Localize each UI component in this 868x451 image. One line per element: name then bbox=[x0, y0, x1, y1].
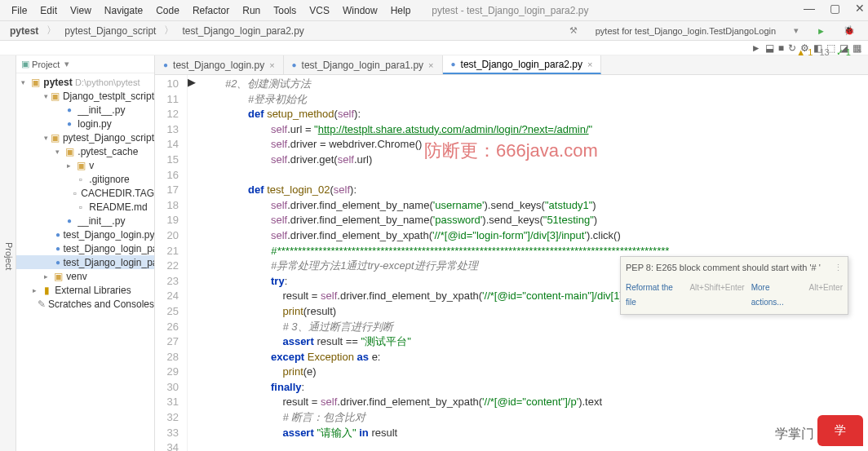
editor-status-icons: ▲ 1 13 ✓ 1 ^ bbox=[796, 47, 861, 58]
more-actions-link[interactable]: More actions... bbox=[751, 281, 803, 311]
more-shortcut: Alt+Enter bbox=[809, 281, 843, 311]
tree-row[interactable]: ✎ Scratches and Consoles bbox=[16, 297, 154, 311]
left-tool-strip: Project bbox=[0, 55, 16, 451]
hint-message: PEP 8: E265 block comment should start w… bbox=[626, 260, 843, 276]
more-icon[interactable]: ⋮ bbox=[834, 260, 843, 276]
tree-row[interactable]: ▸▣ venv bbox=[16, 269, 154, 283]
menu-file[interactable]: File bbox=[5, 5, 33, 16]
run-config-dropdown[interactable]: pytest for test_Django_login.TestDjangoL… bbox=[589, 24, 782, 38]
ok-count[interactable]: ✓ 1 bbox=[836, 47, 851, 58]
tree-row[interactable]: ▾▣ Django_testplt_script bbox=[16, 89, 154, 103]
brand-text: 学掌门 bbox=[775, 426, 814, 443]
toolbar-icons: ►⬓■↻⚙◧⬚◪▦ bbox=[0, 41, 868, 55]
project-panel-header[interactable]: ▣ Project ▾ bbox=[16, 55, 154, 73]
close-tab-icon[interactable]: × bbox=[269, 60, 274, 70]
tree-row[interactable]: ● login.py bbox=[16, 117, 154, 130]
reformat-file-link[interactable]: Reformat the file bbox=[626, 281, 683, 311]
editor-area: ●test_Django_login.py×●test_Django_login… bbox=[155, 55, 868, 451]
editor-tab[interactable]: ●test_Django_login_para2.py× bbox=[443, 55, 602, 74]
toolbar-icon[interactable]: ⬓ bbox=[765, 42, 774, 53]
tree-row[interactable]: ▾▣ pytest D:\python\pytest bbox=[16, 75, 154, 89]
breadcrumb-folder[interactable]: pytest_Django_script bbox=[58, 24, 162, 38]
caret-icon: ^ bbox=[857, 47, 861, 58]
chevron-down-icon[interactable]: ▾ bbox=[787, 24, 805, 38]
editor-tab[interactable]: ●test_Django_login_para1.py× bbox=[284, 55, 443, 74]
tree-row[interactable]: ▸▣ v bbox=[16, 158, 154, 172]
menu-refactor[interactable]: Refactor bbox=[186, 5, 236, 16]
menu-view[interactable]: View bbox=[64, 5, 98, 16]
project-tree[interactable]: ▾▣ pytest D:\python\pytest▾▣ Django_test… bbox=[16, 73, 154, 312]
breadcrumb-file[interactable]: test_Django_login_para2.py bbox=[175, 24, 310, 38]
line-number-gutter[interactable]: 1011121314151617181920212223242526272829… bbox=[155, 75, 188, 451]
project-panel: ▣ Project ▾ ▾▣ pytest D:\python\pytest▾▣… bbox=[16, 55, 155, 451]
editor-tabs: ●test_Django_login.py×●test_Django_login… bbox=[155, 55, 868, 75]
tree-row[interactable]: ● __init__.py bbox=[16, 103, 154, 117]
tree-row[interactable]: ▸▮ External Libraries bbox=[16, 283, 154, 297]
close-tab-icon[interactable]: × bbox=[428, 60, 433, 70]
tree-row[interactable]: ▫ CACHEDIR.TAG bbox=[16, 186, 154, 200]
editor-tab[interactable]: ●test_Django_login.py× bbox=[155, 55, 284, 74]
menu-edit[interactable]: Edit bbox=[33, 5, 64, 16]
main-area: Project ▣ Project ▾ ▾▣ pytest D:\python\… bbox=[0, 55, 868, 451]
run-button[interactable]: ► bbox=[810, 24, 832, 38]
menu-run[interactable]: Run bbox=[236, 5, 267, 16]
tree-row[interactable]: ▫ .gitignore bbox=[16, 172, 154, 186]
window-controls: — ▢ ✕ bbox=[804, 2, 865, 15]
menu-vcs[interactable]: VCS bbox=[303, 5, 336, 16]
tree-row[interactable]: ▾▣ .pytest_cache bbox=[16, 144, 154, 158]
toolbar-icon[interactable]: ↻ bbox=[788, 42, 796, 53]
warning-count[interactable]: ▲ 1 bbox=[796, 47, 813, 58]
breadcrumb-bar: pytest 〉 pytest_Django_script 〉 test_Dja… bbox=[0, 21, 868, 41]
menu-code[interactable]: Code bbox=[149, 5, 186, 16]
chevron-down-icon[interactable]: ▾ bbox=[64, 59, 69, 69]
tree-row[interactable]: ▾▣ pytest_Django_script bbox=[16, 130, 154, 144]
menu-navigate[interactable]: Navigate bbox=[98, 5, 149, 16]
inspection-hint-popup: ⋮ PEP 8: E265 block comment should start… bbox=[620, 256, 848, 315]
tree-row[interactable]: ● test_Django_login_para2.py bbox=[16, 255, 154, 269]
code-area: 1011121314151617181920212223242526272829… bbox=[155, 75, 868, 451]
close-tab-icon[interactable]: × bbox=[587, 60, 592, 69]
minimize-button[interactable]: — bbox=[804, 2, 815, 15]
window-title: pytest - test_Django_login_para2.py bbox=[425, 5, 595, 16]
tree-row[interactable]: ▫ README.md bbox=[16, 200, 154, 214]
reformat-shortcut: Alt+Shift+Enter bbox=[689, 281, 744, 311]
close-button[interactable]: ✕ bbox=[855, 2, 865, 15]
toolbar-icon[interactable]: ► bbox=[751, 42, 761, 53]
python-file-icon: ● bbox=[163, 60, 168, 69]
python-file-icon: ● bbox=[451, 60, 456, 69]
maximize-button[interactable]: ▢ bbox=[830, 2, 840, 15]
menu-help[interactable]: Help bbox=[384, 5, 418, 16]
brand-logo: 学 bbox=[817, 415, 863, 446]
project-panel-title: Project bbox=[32, 60, 63, 69]
chevron-right-icon: 〉 bbox=[45, 24, 58, 38]
breadcrumb-root[interactable]: pytest bbox=[3, 24, 45, 38]
toolbar-icon[interactable]: ■ bbox=[778, 42, 784, 53]
run-line-icon[interactable]: ▶ bbox=[188, 75, 196, 451]
tree-row[interactable]: ● test_Django_login.py bbox=[16, 228, 154, 241]
folder-icon: ▣ bbox=[21, 59, 29, 69]
hammer-icon[interactable]: ⚒ bbox=[563, 24, 584, 38]
tree-row[interactable]: ● test_Django_login_para1.py bbox=[16, 241, 154, 255]
tool-project[interactable]: Project bbox=[2, 62, 16, 451]
chevron-right-icon: 〉 bbox=[162, 24, 175, 38]
weak-warning-count[interactable]: 13 bbox=[819, 47, 829, 58]
tree-row[interactable]: ● __init__.py bbox=[16, 214, 154, 228]
menu-bar: File Edit View Navigate Code Refactor Ru… bbox=[0, 0, 868, 21]
menu-window[interactable]: Window bbox=[336, 5, 384, 16]
python-file-icon: ● bbox=[292, 60, 297, 69]
menu-tools[interactable]: Tools bbox=[267, 5, 303, 16]
debug-button[interactable]: 🐞 bbox=[837, 24, 861, 38]
